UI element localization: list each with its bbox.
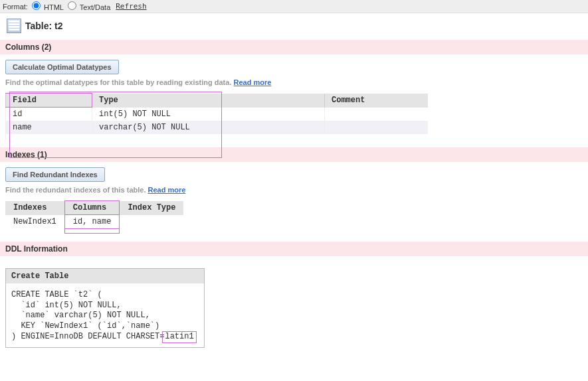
section-header-columns: Columns (2) [0,40,588,54]
format-bar: Format: HTML Text/Data Refresh [0,0,588,13]
indexes-hint: Find the redundant indexes of this table… [5,186,583,194]
table-row: NewIndex1 id, name [5,215,183,229]
table-row: name varchar(5) NOT NULL [6,121,428,134]
format-radio-html[interactable] [32,1,41,10]
section-header-indexes: Indexes (1) [0,147,588,162]
ddl-heading: Create Table [6,269,204,283]
format-option-html[interactable]: HTML [31,1,64,11]
page-title: Table: t2 [25,21,63,31]
format-label: Format: [3,3,28,11]
find-redundant-button[interactable]: Find Redundant Indexes [5,167,105,182]
read-more-link[interactable]: Read more [234,78,272,86]
columns-hint: Find the optimal datatypes for this tabl… [5,78,583,86]
indexes-table: Indexes Columns Index Type NewIndex1 id,… [5,200,183,234]
columns-table: Field Type Comment id int(5) NOT NULL na… [5,93,428,139]
format-radio-text[interactable] [68,1,76,10]
section-header-ddl: DDL Information [0,242,588,256]
col-field-header: Field [6,94,92,108]
section-ddl: Create Table CREATE TABLE `t2` ( `id` in… [0,256,588,353]
table-row: id int(5) NOT NULL [6,108,428,121]
section-indexes: Find Redundant Indexes Find the redundan… [0,162,588,239]
ddl-charset-highlight: latin1 [162,331,196,343]
idx-header-type: Index Type [120,201,184,215]
read-more-link[interactable]: Read more [148,186,186,194]
idx-header-columns: Columns [64,201,120,215]
format-option-text[interactable]: Text/Data [66,1,110,11]
title-row: Table: t2 [0,13,588,37]
col-comment-header: Comment [325,94,428,108]
table-icon [7,19,21,33]
refresh-link[interactable]: Refresh [116,2,146,11]
calculate-datatypes-button[interactable]: Calculate Optimal Datatypes [5,60,119,74]
ddl-sql: CREATE TABLE `t2` ( `id` int(5) NOT NULL… [6,283,204,347]
col-type-header: Type [92,94,325,108]
ddl-box: Create Table CREATE TABLE `t2` ( `id` in… [5,268,205,348]
section-columns: Calculate Optimal Datatypes Find the opt… [0,54,588,145]
idx-header-name: Indexes [5,201,64,215]
